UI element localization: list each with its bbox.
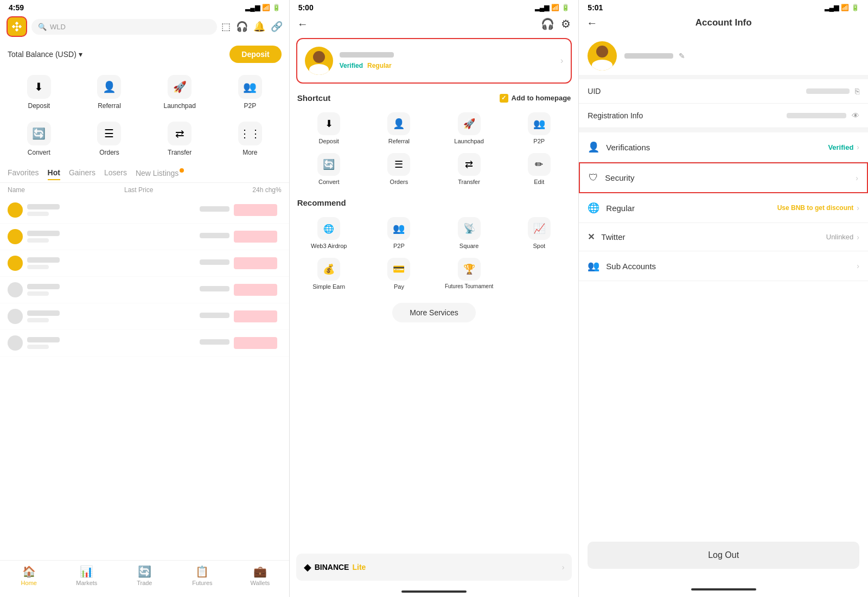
table-row[interactable] — [0, 330, 289, 357]
status-time-3: 5:01 — [588, 3, 603, 12]
section-divider-2 — [579, 128, 868, 132]
quick-actions-grid: ⬇ Deposit 👤 Referral 🚀 Launchpad 👥 P2P 🔄… — [0, 67, 289, 164]
svg-marker-3 — [15, 28, 18, 31]
nav-markets[interactable]: 📊 Markets — [58, 565, 116, 586]
tab-gainers[interactable]: Gainers — [69, 168, 95, 180]
rec-futures-tournament[interactable]: 🏆 Futures Tournament — [434, 253, 504, 294]
add-to-homepage-toggle[interactable]: ✓ Add to homepage — [500, 94, 571, 103]
nav-home[interactable]: 🏠 Home — [0, 565, 58, 586]
table-row[interactable] — [0, 224, 289, 250]
coin-name-col — [27, 310, 200, 322]
chevron-down-icon[interactable]: ▾ — [79, 50, 82, 59]
shortcut-transfer[interactable]: ⇄ Transfer — [434, 149, 504, 189]
settings-icon[interactable]: ⚙ — [561, 17, 571, 30]
profile-card[interactable]: Verified Regular › — [296, 38, 572, 84]
convert-label: Convert — [318, 179, 340, 185]
action-deposit[interactable]: ⬇ Deposit — [4, 69, 74, 115]
change-bar — [234, 310, 277, 322]
section-divider — [579, 75, 868, 79]
chevron-right-icon: › — [857, 233, 859, 242]
binance-logo[interactable] — [7, 16, 27, 37]
search-bar[interactable]: 🔍 WLD — [31, 19, 217, 35]
coin-price-blur — [200, 339, 229, 345]
verifications-row[interactable]: 👤 Verifications Verified › — [579, 132, 868, 162]
table-row[interactable] — [0, 197, 289, 224]
shortcut-referral[interactable]: 👤 Referral — [364, 108, 434, 149]
twitter-left: ✕ Twitter — [588, 232, 625, 242]
action-transfer[interactable]: ⇄ Transfer — [145, 116, 214, 162]
p2p-label: P2P — [244, 102, 256, 110]
logout-button[interactable]: Log Out — [588, 542, 859, 569]
battery-icon: 🔋 — [561, 4, 570, 11]
regular-badge: Regular — [367, 62, 392, 69]
action-launchpad[interactable]: 🚀 Launchpad — [145, 69, 214, 115]
coin-icon — [8, 256, 23, 271]
back-arrow-icon[interactable]: ← — [586, 17, 597, 29]
tab-favorites[interactable]: Favorites — [8, 168, 39, 180]
shortcut-convert[interactable]: 🔄 Convert — [294, 149, 364, 189]
copy-icon[interactable]: ⎘ — [855, 87, 859, 96]
sub-accounts-row[interactable]: 👥 Sub Accounts › — [579, 251, 868, 281]
regular-row[interactable]: 🌐 Regular Use BNB to get discount › — [579, 193, 868, 223]
deposit-button[interactable]: Deposit — [229, 46, 281, 63]
table-row[interactable] — [0, 250, 289, 277]
status-icons-2: ▂▄▆ 📶 🔋 — [535, 4, 570, 11]
edit-icon[interactable]: ✎ — [679, 52, 685, 60]
action-orders[interactable]: ☰ Orders — [75, 116, 144, 162]
shortcut-orders[interactable]: ☰ Orders — [364, 149, 434, 189]
change-bar — [234, 204, 277, 216]
security-row[interactable]: 🛡 Security › — [579, 162, 868, 193]
shortcut-launchpad[interactable]: 🚀 Launchpad — [434, 108, 504, 149]
support-icon[interactable]: 🎧 — [236, 21, 248, 33]
rec-spot[interactable]: 📈 Spot — [504, 213, 574, 253]
trade-icon: 🔄 — [138, 565, 151, 578]
tab-new-listings[interactable]: New Listings — [136, 168, 184, 180]
back-arrow-icon[interactable]: ← — [297, 18, 308, 30]
rec-p2p[interactable]: 👥 P2P — [364, 213, 434, 253]
bell-icon[interactable]: 🔔 — [253, 21, 265, 33]
rec-square[interactable]: 📡 Square — [434, 213, 504, 253]
table-row[interactable] — [0, 303, 289, 330]
binance-lite-bar[interactable]: ◆ BINANCE Lite › — [296, 554, 572, 581]
binance-lite-text: Lite — [352, 563, 366, 571]
svg-marker-4 — [15, 25, 18, 28]
support-icon[interactable]: 🎧 — [541, 17, 554, 30]
shield-icon: 🛡 — [589, 172, 598, 183]
header-action-icons: ⬚ 🎧 🔔 🔗 — [221, 21, 283, 33]
action-p2p[interactable]: 👥 P2P — [215, 69, 285, 115]
rec-simple-earn[interactable]: 💰 Simple Earn — [294, 253, 364, 294]
referral-icon: 👤 — [97, 75, 121, 99]
action-referral[interactable]: 👤 Referral — [75, 69, 144, 115]
nav-trade[interactable]: 🔄 Trade — [116, 565, 174, 586]
shortcut-p2p[interactable]: 👥 P2P — [504, 108, 574, 149]
nav-wallets[interactable]: 💼 Wallets — [231, 565, 289, 586]
coin-price-blur — [200, 313, 229, 318]
shortcut-edit[interactable]: ✏ Edit — [504, 149, 574, 189]
nav-home-label: Home — [21, 580, 37, 586]
eye-icon[interactable]: 👁 — [852, 111, 859, 120]
tab-hot[interactable]: Hot — [48, 168, 60, 180]
profile-icon[interactable]: 🔗 — [271, 21, 283, 33]
action-more[interactable]: ⋮⋮ More — [215, 116, 285, 162]
action-convert[interactable]: 🔄 Convert — [4, 116, 74, 162]
spot-label: Spot — [533, 243, 545, 249]
scan-icon[interactable]: ⬚ — [221, 21, 231, 33]
deposit-label: Deposit — [28, 102, 50, 110]
coin-sub-blur — [27, 212, 49, 216]
svg-marker-2 — [18, 25, 22, 28]
nav-futures[interactable]: 📋 Futures — [174, 565, 232, 586]
table-row[interactable] — [0, 277, 289, 303]
twitter-row[interactable]: ✕ Twitter Unlinked › — [579, 223, 868, 251]
bnb-discount-text: Use BNB to get discount — [777, 204, 854, 212]
col-change: 24h chg% — [252, 186, 281, 194]
square-label: Square — [459, 243, 478, 249]
more-services-button[interactable]: More Services — [392, 303, 475, 322]
more-label: More — [242, 149, 257, 156]
tab-losers[interactable]: Losers — [104, 168, 127, 180]
shortcut-deposit[interactable]: ⬇ Deposit — [294, 108, 364, 149]
rec-pay[interactable]: 💳 Pay — [364, 253, 434, 294]
change-bar — [234, 337, 277, 349]
binance-diamond-icon: ◆ — [304, 561, 311, 573]
rec-web3-airdrop[interactable]: 🌐 Web3 Airdrop — [294, 213, 364, 253]
transfer-icon: ⇄ — [458, 153, 481, 176]
